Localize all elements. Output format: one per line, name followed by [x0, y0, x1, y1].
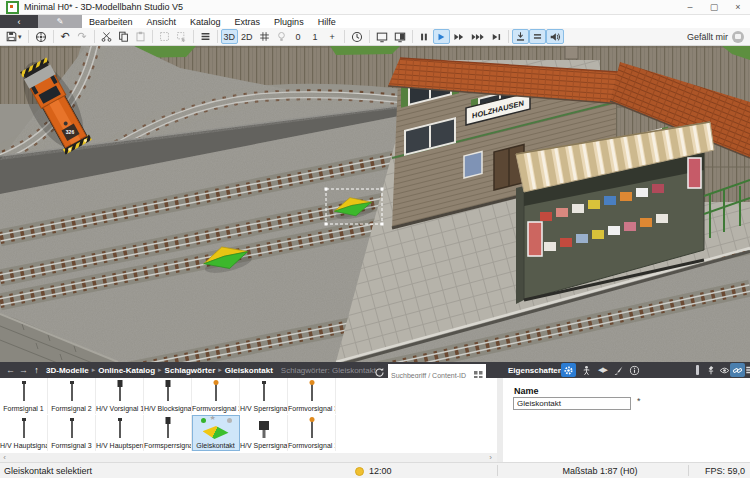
- save-button[interactable]: ▾: [3, 29, 25, 44]
- save-icon: [6, 31, 17, 42]
- catalog-item[interactable]: Formvorsignal 1: [288, 415, 336, 451]
- view-3d-button[interactable]: 3D: [221, 29, 239, 44]
- close-button[interactable]: ×: [726, 1, 750, 14]
- faster-forward-button[interactable]: [468, 29, 488, 44]
- refresh-icon: [374, 367, 385, 378]
- menu-ansicht[interactable]: Ansicht: [140, 15, 184, 28]
- catalog-item[interactable]: Formsignal 1: [0, 378, 48, 414]
- title-bar: Minimal H0* - 3D-Modellbahn Studio V5 – …: [0, 0, 750, 15]
- layer-list-button[interactable]: [197, 29, 214, 44]
- panel-splitter[interactable]: [696, 365, 699, 375]
- event-log-button[interactable]: [348, 29, 366, 44]
- like-control[interactable]: Gefällt mir: [687, 31, 744, 43]
- catalog-item[interactable]: Formsignal 2: [48, 378, 96, 414]
- signal-thumbnail: [244, 417, 284, 442]
- panel-menu-button[interactable]: [742, 363, 750, 377]
- redo-button[interactable]: ↷: [74, 29, 91, 44]
- pause-icon: [419, 32, 429, 42]
- catalog-item[interactable]: H/V Hauptsperrsi...: [96, 415, 144, 451]
- menu-katalog[interactable]: Katalog: [183, 15, 228, 28]
- list-icon: [200, 31, 211, 42]
- catalog-item[interactable]: H/V Sperrsignal ...: [240, 378, 288, 414]
- paste-button[interactable]: [132, 29, 149, 44]
- select-area-button[interactable]: [156, 29, 173, 44]
- figure-icon: [581, 365, 592, 376]
- kiosk-poster-right: [688, 158, 701, 188]
- fast-forward-button[interactable]: [450, 29, 468, 44]
- catalog-item[interactable]: Formvorsignal 3: [288, 378, 336, 414]
- grid-icon: [259, 31, 270, 42]
- sound-button[interactable]: [546, 29, 564, 44]
- split-view-button[interactable]: [391, 29, 409, 44]
- catalog-item[interactable]: Formsignal 3: [48, 415, 96, 451]
- properties-tab-movement[interactable]: ◀▶: [595, 363, 610, 377]
- redo-icon: ↷: [77, 30, 86, 43]
- catalog-item[interactable]: H/V Vorsignal 1969: [96, 378, 144, 414]
- cut-button[interactable]: [98, 29, 115, 44]
- catalog-item[interactable]: H/V Blocksignal ...: [144, 378, 192, 414]
- arrows-icon: ◀▶: [598, 366, 607, 374]
- viewport-3d[interactable]: HOLZHAUSEN: [0, 46, 750, 362]
- undo-button[interactable]: ↶: [57, 29, 74, 44]
- layer-1-button[interactable]: 1: [307, 29, 324, 44]
- skip-end-icon: [491, 32, 502, 42]
- align-button[interactable]: [529, 29, 546, 44]
- breadcrumb-separator-icon: ▸: [218, 366, 222, 374]
- equals-icon: [532, 31, 543, 42]
- menu-plugins[interactable]: Plugins: [267, 15, 311, 28]
- skip-end-button[interactable]: [488, 29, 505, 44]
- pause-button[interactable]: [416, 29, 433, 44]
- play-button[interactable]: [433, 29, 450, 44]
- maximize-button[interactable]: ▢: [702, 1, 726, 14]
- properties-tab-animation[interactable]: [579, 363, 594, 377]
- back-button[interactable]: ‹: [0, 15, 38, 28]
- menu-hilfe[interactable]: Hilfe: [311, 15, 343, 28]
- catalog-scrollbar[interactable]: ‹ ›: [0, 453, 497, 462]
- copy-button[interactable]: [115, 29, 132, 44]
- nav-up-icon[interactable]: ↑: [30, 365, 43, 375]
- minimize-button[interactable]: –: [678, 1, 702, 14]
- catalog-item[interactable]: H/V Hauptsignal ...: [0, 415, 48, 451]
- status-dot: [227, 418, 232, 423]
- menu-bearbeiten[interactable]: Bearbeiten: [82, 15, 140, 28]
- scroll-right-icon[interactable]: ›: [486, 453, 495, 462]
- info-icon: [629, 365, 640, 376]
- single-view-button[interactable]: [373, 29, 391, 44]
- steering-wheel-icon: [35, 31, 47, 43]
- catalog-item[interactable]: H/V Sperrsignal ...: [240, 415, 288, 451]
- signal-thumbnail: [196, 380, 236, 405]
- breadcrumb-3d-modelle[interactable]: 3D-Modelle: [46, 366, 89, 375]
- catalog-item-selected[interactable]: ★ Gleiskontakt: [192, 415, 240, 451]
- light-button[interactable]: [273, 29, 290, 44]
- select-move-button[interactable]: [173, 29, 190, 44]
- menu-extras[interactable]: Extras: [228, 15, 268, 28]
- camera-control-button[interactable]: [32, 29, 50, 44]
- catalog-panel: Formsignal 1 Formsignal 2 H/V Vorsignal …: [0, 378, 497, 453]
- catalog-item[interactable]: Formsperrsignal: [144, 415, 192, 451]
- ground-snap-button[interactable]: [512, 29, 529, 44]
- refresh-button[interactable]: [374, 364, 386, 376]
- catalog-item[interactable]: Formvorsignal 2: [192, 378, 240, 414]
- search-box: [388, 364, 486, 376]
- properties-panel-title: Eigenschaften: [508, 362, 563, 378]
- signal-thumbnail: [244, 380, 284, 405]
- properties-tab-paint[interactable]: [611, 363, 626, 377]
- layer-add-button[interactable]: +: [324, 29, 341, 44]
- breadcrumb-schlagwoerter[interactable]: Schlagwörter: [165, 366, 216, 375]
- edit-mode-button[interactable]: ✎: [38, 15, 82, 28]
- signal-thumbnail: [52, 380, 92, 405]
- breadcrumb-online-katalog[interactable]: Online-Katalog: [98, 366, 155, 375]
- pin-panel-button[interactable]: [703, 363, 718, 377]
- nav-back-icon[interactable]: ←: [4, 365, 17, 375]
- name-field[interactable]: [513, 397, 631, 410]
- view-mode-grid-icon[interactable]: [474, 366, 483, 375]
- properties-tab-info[interactable]: [627, 363, 642, 377]
- nav-forward-icon[interactable]: →: [17, 365, 30, 375]
- rating-star-icon: ★: [210, 414, 216, 422]
- breadcrumb-gleiskontakt[interactable]: Gleiskontakt: [225, 366, 273, 375]
- properties-tab-general[interactable]: [561, 363, 576, 377]
- scroll-left-icon[interactable]: ‹: [0, 453, 9, 462]
- layer-0-button[interactable]: 0: [290, 29, 307, 44]
- view-2d-button[interactable]: 2D: [238, 29, 256, 44]
- grid-button[interactable]: [256, 29, 273, 44]
